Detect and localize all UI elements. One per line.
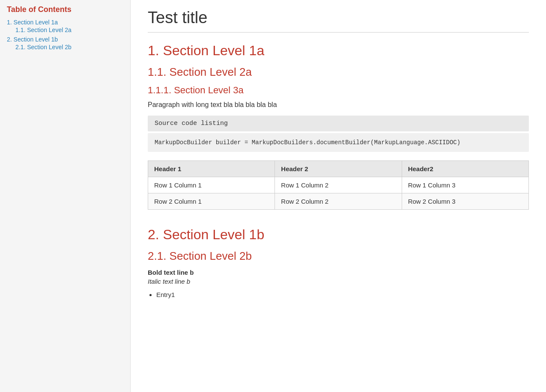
section-1b-heading: 2. Section Level 1b — [148, 227, 529, 243]
cell-r2c3: Row 2 Column 3 — [402, 193, 528, 210]
cell-r2c2: Row 2 Column 2 — [275, 193, 402, 210]
toc-link-section2a[interactable]: 1.1. Section Level 2a — [15, 27, 72, 33]
data-table: Header 1 Header 2 Header2 Row 1 Column 1… — [148, 160, 529, 210]
cell-r1c3: Row 1 Column 3 — [402, 177, 528, 193]
bold-text: Bold text line b — [148, 269, 529, 276]
toc-item-2: 2. Section Level 1b 2.1. Section Level 2… — [7, 36, 123, 51]
toc-item-2-1: 2.1. Section Level 2b — [15, 43, 123, 51]
paragraph-1: Paragraph with long text bla bla bla bla… — [148, 101, 529, 109]
table-row: Row 1 Column 1 Row 1 Column 2 Row 1 Colu… — [148, 177, 529, 193]
main-content: Test title 1. Section Level 1a 1.1. Sect… — [131, 0, 546, 392]
section-2a-heading: 1.1. Section Level 2a — [148, 65, 529, 79]
toc-link-section1a[interactable]: 1. Section Level 1a — [7, 19, 58, 26]
toc-item-1: 1. Section Level 1a 1.1. Section Level 2… — [7, 18, 123, 34]
toc-sublist-2: 2.1. Section Level 2b — [7, 43, 123, 51]
bullet-list: Entry1 — [156, 291, 529, 298]
toc-link-section2b[interactable]: 2.1. Section Level 2b — [15, 44, 72, 50]
table-header-1: Header 1 — [148, 161, 275, 177]
toc-title: Table of Contents — [7, 5, 123, 14]
code-label: Source code listing — [148, 116, 529, 131]
toc-sublist-1: 1.1. Section Level 2a — [7, 26, 123, 34]
toc-item-1-1: 1.1. Section Level 2a — [15, 26, 123, 34]
section-3a-heading: 1.1.1. Section Level 3a — [148, 85, 529, 96]
toc-link-section1b[interactable]: 2. Section Level 1b — [7, 36, 58, 43]
section-2-container: 2. Section Level 1b 2.1. Section Level 2… — [148, 227, 529, 298]
sidebar: Table of Contents 1. Section Level 1a 1.… — [0, 0, 131, 392]
code-block: MarkupDocBuilder builder = MarkupDocBuil… — [148, 133, 529, 152]
section-2b-heading: 2.1. Section Level 2b — [148, 249, 529, 263]
table-row: Row 2 Column 1 Row 2 Column 2 Row 2 Colu… — [148, 193, 529, 210]
table-header-3: Header2 — [402, 161, 528, 177]
cell-r2c1: Row 2 Column 1 — [148, 193, 275, 210]
list-item: Entry1 — [156, 291, 529, 298]
page-title: Test title — [148, 9, 529, 33]
table-header-row: Header 1 Header 2 Header2 — [148, 161, 529, 177]
toc-list: 1. Section Level 1a 1.1. Section Level 2… — [7, 18, 123, 51]
cell-r1c2: Row 1 Column 2 — [275, 177, 402, 193]
section-1a-heading: 1. Section Level 1a — [148, 43, 529, 59]
cell-r1c1: Row 1 Column 1 — [148, 177, 275, 193]
table-header-2: Header 2 — [275, 161, 402, 177]
italic-text: Italic text line b — [148, 278, 529, 285]
